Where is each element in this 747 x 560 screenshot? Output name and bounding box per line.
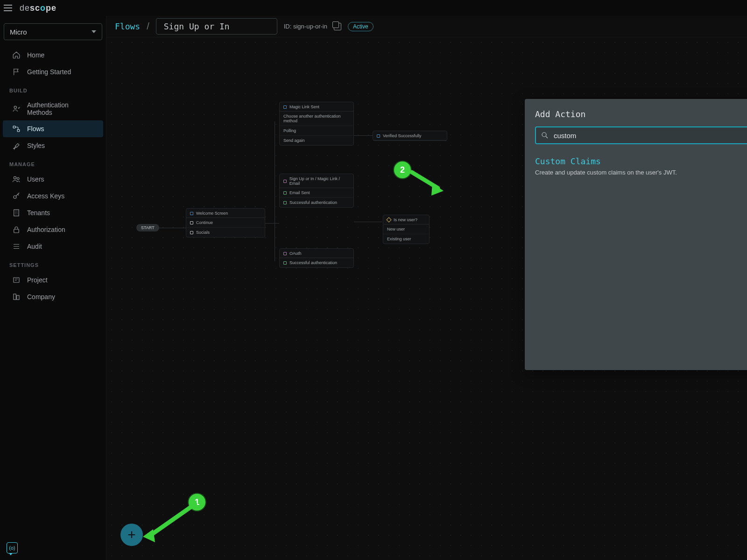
nav-authorization[interactable]: Authorization	[3, 221, 103, 238]
dot-icon	[190, 231, 193, 234]
node-is-new-user[interactable]: Is new user? New user Existing user	[383, 215, 430, 244]
svg-marker-11	[143, 529, 155, 542]
flow-icon	[12, 125, 21, 133]
svg-rect-10	[17, 295, 19, 300]
nav-label: Home	[27, 51, 44, 59]
nav-home[interactable]: Home	[3, 47, 103, 63]
nav-label: Styles	[27, 142, 45, 149]
ok-icon	[283, 191, 287, 195]
help-bubble[interactable]: (o)	[7, 542, 18, 553]
nav-audit[interactable]: Audit	[3, 238, 103, 255]
nav-label: Project	[27, 276, 48, 284]
sidebar: Micro Home Getting Started BUILD Authent…	[0, 0, 106, 560]
nav-project[interactable]: Project	[3, 272, 103, 288]
section-build: BUILD	[0, 80, 106, 97]
node-magic-sent[interactable]: Magic Link Sent Choose another authentic…	[279, 102, 354, 146]
add-action-modal: Add Action Custom Claims Create and upda…	[525, 99, 747, 370]
flow-name-input[interactable]: Sign Up or In	[156, 18, 277, 35]
section-settings: SETTINGS	[0, 255, 106, 272]
svg-point-5	[14, 196, 16, 198]
svg-rect-8	[14, 278, 19, 283]
ok-icon	[283, 261, 287, 265]
nav-label: Authentication Methods	[27, 101, 94, 116]
svg-rect-9	[14, 294, 16, 300]
modal-search[interactable]	[535, 126, 747, 144]
nav-label: Users	[27, 175, 44, 183]
condition-icon	[386, 217, 391, 222]
svg-rect-6	[14, 210, 19, 216]
chevron-down-icon	[92, 30, 96, 33]
svg-point-4	[17, 177, 20, 180]
breadcrumb-separator: /	[147, 21, 149, 32]
arrow-1	[139, 500, 204, 547]
svg-point-0	[14, 106, 16, 108]
project-select[interactable]: Micro	[4, 23, 102, 40]
arrow-2	[405, 166, 452, 198]
brand-logo: descope	[20, 3, 56, 13]
screen-icon	[283, 105, 287, 109]
nav-getting-started[interactable]: Getting Started	[3, 63, 103, 80]
svg-rect-1	[13, 126, 15, 128]
building-icon	[12, 209, 21, 217]
result-title: Custom Claims	[535, 156, 747, 166]
nav-auth-methods[interactable]: Authentication Methods	[3, 97, 103, 120]
node-oauth[interactable]: OAuth Successful authentication	[279, 248, 354, 268]
result-custom-claims[interactable]: Custom Claims Create and update custom c…	[535, 156, 747, 176]
user-check-icon	[12, 105, 21, 113]
node-welcome[interactable]: Welcome Screen Continue Socials	[186, 208, 265, 238]
search-icon	[541, 131, 549, 140]
home-icon	[12, 51, 21, 59]
project-name: Micro	[10, 28, 27, 36]
hamburger-menu[interactable]	[4, 2, 15, 14]
copy-icon[interactable]	[334, 23, 341, 30]
nav-label: Flows	[27, 125, 44, 133]
nav-styles[interactable]: Styles	[3, 137, 103, 154]
nav-label: Getting Started	[27, 68, 71, 76]
svg-point-13	[542, 133, 546, 137]
flow-id: ID: sign-up-or-in	[284, 23, 327, 30]
flag-icon	[12, 68, 21, 76]
screen-icon	[377, 134, 380, 138]
ok-icon	[283, 201, 287, 204]
svg-rect-7	[14, 229, 19, 233]
nav-tenants[interactable]: Tenants	[3, 204, 103, 221]
breadcrumb-flows[interactable]: Flows	[115, 21, 140, 31]
key-icon	[12, 192, 21, 200]
users-icon	[12, 175, 21, 183]
nav-label: Access Keys	[27, 192, 64, 200]
status-badge: Active	[348, 22, 374, 31]
action-icon	[283, 180, 287, 183]
node-verified[interactable]: Verified Successfully	[373, 131, 447, 141]
company-icon	[12, 293, 21, 301]
nav-users[interactable]: Users	[3, 171, 103, 188]
screen-icon	[190, 212, 193, 215]
svg-marker-12	[431, 183, 444, 196]
modal-title: Add Action	[535, 109, 747, 119]
nav-access-keys[interactable]: Access Keys	[3, 188, 103, 204]
plus-icon: +	[127, 527, 136, 543]
main-header: Flows / Sign Up or In ID: sign-up-or-in …	[106, 16, 747, 37]
brush-icon	[12, 141, 21, 150]
svg-rect-2	[17, 130, 20, 132]
dot-icon	[190, 221, 193, 224]
list-icon	[12, 242, 21, 251]
nav-label: Tenants	[27, 209, 50, 217]
start-node[interactable]: START	[136, 224, 159, 231]
result-desc: Create and update custom claims on the u…	[535, 169, 747, 176]
modal-search-input[interactable]	[554, 132, 747, 140]
nav-company[interactable]: Company	[3, 288, 103, 305]
main: Flows / Sign Up or In ID: sign-up-or-in …	[106, 16, 747, 560]
nav-label: Company	[27, 293, 55, 301]
action-icon	[283, 252, 287, 255]
nav-label: Audit	[27, 243, 42, 250]
lock-icon	[12, 225, 21, 234]
folder-icon	[12, 276, 21, 284]
nav-flows[interactable]: Flows	[3, 120, 103, 137]
svg-point-3	[14, 176, 16, 179]
section-manage: MANAGE	[0, 154, 106, 171]
nav-label: Authorization	[27, 226, 65, 233]
node-signup[interactable]: Sign Up or In / Magic Link / Email Email…	[279, 174, 354, 208]
